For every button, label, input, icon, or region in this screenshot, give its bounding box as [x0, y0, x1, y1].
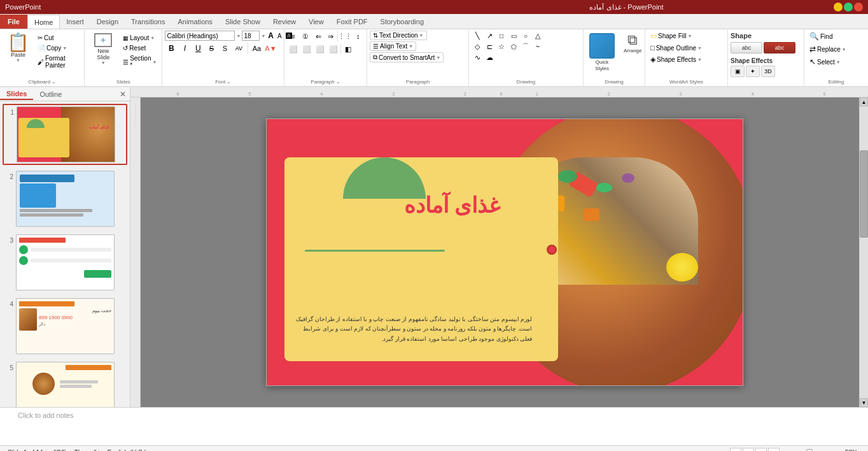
- tab-view[interactable]: View: [302, 15, 330, 29]
- minimize-btn[interactable]: [834, 3, 843, 11]
- text-direction-btn[interactable]: ⇅ Text Direction ▼: [370, 31, 427, 40]
- font-expand[interactable]: ⌄: [227, 79, 231, 85]
- notes-area[interactable]: Click to add notes: [0, 407, 868, 445]
- zoom-slider-thumb[interactable]: [806, 449, 813, 452]
- new-slide-button[interactable]: ＋ New Slide ▼: [87, 31, 119, 68]
- shape-effects-button[interactable]: ◈ Shape Effects ▼: [648, 54, 725, 65]
- justify-btn[interactable]: ⬜: [327, 43, 340, 55]
- slide-thumb-4[interactable]: 4 حجت بیوم 899 1900 3900: [3, 296, 127, 356]
- slide-body-text[interactable]: لورم ایپسوم متن ساختگی با تولید سادگی نا…: [291, 315, 533, 344]
- slide-thumb-3[interactable]: 3: [3, 233, 127, 292]
- shape-more2-btn[interactable]: ◇: [472, 41, 483, 52]
- tab-review[interactable]: Review: [267, 15, 302, 29]
- tab-insert[interactable]: Insert: [60, 15, 90, 29]
- section-button[interactable]: ☰ Section * ▼: [120, 54, 159, 70]
- shape-pentagon-btn[interactable]: ⬠: [508, 41, 519, 52]
- font-size-dropdown[interactable]: ▼: [261, 34, 265, 38]
- slide-thumb-5[interactable]: 5: [3, 360, 127, 407]
- canvas-scrollbar-v[interactable]: ▲ ▼: [859, 97, 868, 407]
- clipboard-expand[interactable]: ⌄: [52, 79, 56, 85]
- slideshow-btn[interactable]: ▶: [768, 448, 780, 452]
- slides-tab[interactable]: Slides: [0, 89, 33, 100]
- slide-handle-dot[interactable]: [547, 245, 557, 255]
- bold-btn[interactable]: B: [165, 42, 178, 55]
- shape-arrow-btn[interactable]: ↗: [484, 31, 495, 41]
- tab-design[interactable]: Design: [90, 15, 125, 29]
- panel-close-btn[interactable]: ✕: [116, 89, 130, 100]
- select-button[interactable]: ↖ Select ▼: [807, 56, 865, 68]
- maximize-btn[interactable]: [844, 3, 853, 11]
- arrange-button[interactable]: ⧉ Arrange: [620, 31, 645, 57]
- effects-glow-btn[interactable]: ✦: [746, 66, 760, 77]
- cut-button[interactable]: ✂ Cut: [35, 33, 81, 43]
- copy-button[interactable]: 📄 Copy ▼: [35, 43, 81, 53]
- tab-slideshow[interactable]: Slide Show: [219, 15, 267, 29]
- decrease-indent-btn[interactable]: ⇐: [312, 31, 325, 42]
- shape-freeform-btn[interactable]: ~: [532, 41, 543, 52]
- paste-button[interactable]: 📋 Paste ▼: [3, 31, 34, 66]
- underline-btn[interactable]: U: [192, 42, 204, 55]
- align-right-btn[interactable]: ⬜: [314, 43, 326, 55]
- align-text-btn[interactable]: ☰ Align Text ▼: [370, 41, 416, 51]
- scroll-down-btn[interactable]: ▼: [860, 398, 868, 407]
- shape-star-btn[interactable]: ☆: [496, 41, 507, 52]
- bullets-btn[interactable]: ≡: [287, 31, 299, 42]
- effects-shadow-btn[interactable]: ▣: [731, 66, 745, 77]
- scroll-thumb[interactable]: [860, 150, 868, 238]
- find-button[interactable]: 🔍 Find: [807, 31, 865, 42]
- tab-foxit[interactable]: Foxit PDF: [330, 15, 374, 29]
- effects-3d-btn[interactable]: 3D: [761, 66, 775, 77]
- strikethrough-btn[interactable]: S: [205, 42, 218, 55]
- font-color-btn[interactable]: A▼: [263, 42, 277, 55]
- shape-style-1-btn[interactable]: abc: [731, 42, 762, 54]
- tab-storyboarding[interactable]: Storyboarding: [374, 15, 431, 29]
- shape-outline-button[interactable]: □ Shape Outline ▼: [648, 43, 725, 53]
- increase-indent-btn[interactable]: ⇒: [325, 31, 337, 42]
- decrease-font-btn[interactable]: A: [276, 32, 283, 39]
- shape-line-btn[interactable]: ╲: [472, 31, 483, 41]
- format-painter-button[interactable]: 🖌 Format Painter: [35, 54, 81, 70]
- slide-thumb-2[interactable]: 2: [3, 169, 127, 229]
- tab-file[interactable]: File: [0, 15, 27, 29]
- tab-animations[interactable]: Animations: [171, 15, 218, 29]
- increase-font-btn[interactable]: A: [267, 31, 275, 40]
- paste-dropdown[interactable]: ▼: [16, 58, 20, 62]
- slide-sorter-btn[interactable]: ⊞: [743, 448, 754, 452]
- new-slide-dropdown[interactable]: ▼: [101, 61, 106, 65]
- shape-callout-btn[interactable]: ⊏: [484, 41, 495, 52]
- shape-oval-btn[interactable]: ○: [520, 31, 531, 41]
- shape-round-rect-btn[interactable]: ▭: [508, 31, 519, 41]
- shape-curved-btn[interactable]: ⌒: [520, 41, 531, 52]
- replace-button[interactable]: ⇄ Replace ▼: [807, 43, 865, 55]
- smart-art-btn[interactable]: ◧: [342, 43, 354, 55]
- align-center-btn[interactable]: ⬜: [300, 43, 313, 55]
- shape-more1-btn[interactable]: △: [532, 31, 543, 41]
- reading-view-btn[interactable]: 📖: [755, 448, 767, 452]
- convert-smartart-btn[interactable]: ⧉ Convert to SmartArt ▼: [370, 52, 444, 62]
- slide-thumb-1[interactable]: 1 غذای آماده: [3, 104, 127, 165]
- normal-view-btn[interactable]: ▤: [730, 448, 741, 452]
- close-btn[interactable]: [854, 3, 863, 11]
- shadow-btn[interactable]: S: [218, 42, 231, 55]
- line-spacing-btn[interactable]: ↕: [352, 31, 364, 42]
- align-left-btn[interactable]: ⬜: [287, 43, 300, 55]
- columns-btn[interactable]: ⋮⋮: [339, 31, 351, 42]
- shape-rect-btn[interactable]: □: [496, 31, 507, 41]
- slide-canvas[interactable]: غذای آماده لورم ایپسوم متن ساختگی با تول…: [266, 118, 743, 386]
- char-spacing-btn[interactable]: AV: [232, 42, 246, 55]
- shape-scribble-btn[interactable]: ∿: [472, 52, 483, 62]
- reset-button[interactable]: ↺ Reset: [120, 43, 159, 53]
- shape-cloud-btn[interactable]: ☁: [484, 52, 495, 62]
- italic-btn[interactable]: I: [178, 42, 191, 55]
- font-size-large-btn[interactable]: Aa: [250, 42, 263, 55]
- para-expand[interactable]: ⌄: [336, 79, 340, 85]
- quick-styles-button[interactable]: Quick Styles: [586, 31, 618, 74]
- numbering-btn[interactable]: ①: [300, 31, 312, 42]
- slide-title[interactable]: غذای آماده: [318, 192, 501, 218]
- tab-home[interactable]: Home: [27, 15, 60, 29]
- outline-tab[interactable]: Outline: [33, 89, 68, 99]
- font-size-input[interactable]: [242, 31, 260, 41]
- scroll-up-btn[interactable]: ▲: [860, 97, 868, 106]
- layout-button[interactable]: ▦ Layout ▼: [120, 33, 159, 43]
- shape-style-2-btn[interactable]: abc: [764, 42, 795, 54]
